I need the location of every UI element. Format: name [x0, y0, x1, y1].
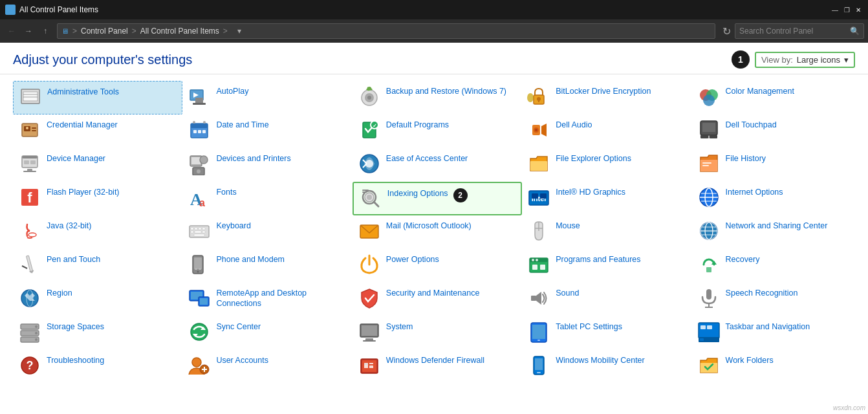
panel-item-bitlocker[interactable]: BitLocker Drive Encryption	[522, 81, 691, 114]
panel-item-flash[interactable]: fFlash Player (32-bit)	[13, 182, 182, 215]
power-label[interactable]: Power Options	[386, 253, 439, 265]
autoplay-label[interactable]: AutoPlay	[216, 85, 248, 96]
up-button[interactable]: ↑	[38, 23, 53, 39]
bitlocker-label[interactable]: BitLocker Drive Encryption	[556, 85, 651, 96]
panel-item-recovery[interactable]: Recovery	[692, 249, 862, 283]
internet-label[interactable]: Internet Options	[726, 186, 783, 197]
close-button[interactable]: ✕	[854, 5, 863, 14]
panel-item-admin-tools[interactable]: Administrative Tools	[13, 81, 182, 114]
panel-item-file-hist[interactable]: File History	[692, 148, 862, 182]
back-button[interactable]: ←	[4, 23, 19, 39]
panel-item-troubleshoot[interactable]: ?Troubleshooting	[13, 350, 182, 384]
panel-item-security[interactable]: Security and Maintenance	[353, 283, 522, 316]
devices-label[interactable]: Devices and Printers	[216, 152, 290, 164]
region-label[interactable]: Region	[47, 287, 72, 298]
panel-item-fonts[interactable]: AaFonts	[182, 182, 352, 215]
dell-audio-label[interactable]: Dell Audio	[556, 118, 592, 130]
panel-item-mouse[interactable]: Mouse	[522, 215, 691, 249]
panel-item-sound[interactable]: Sound	[522, 283, 691, 316]
sound-label[interactable]: Sound	[556, 287, 579, 298]
remoteapp-label[interactable]: RemoteApp and Desktop Connections	[216, 287, 347, 309]
panel-item-work[interactable]: Work Folders	[692, 350, 862, 384]
flash-label[interactable]: Flash Player (32-bit)	[47, 186, 120, 197]
panel-item-windows-def[interactable]: Windows Defender Firewall	[353, 350, 522, 384]
datetime-label[interactable]: Date and Time	[216, 118, 268, 130]
panel-item-programs[interactable]: Programs and Features	[522, 249, 691, 283]
phone-label[interactable]: Phone and Modem	[216, 253, 285, 265]
titlebar-controls[interactable]: — ❐ ✕	[830, 5, 863, 14]
minimize-button[interactable]: —	[830, 5, 840, 14]
recovery-label[interactable]: Recovery	[726, 253, 760, 265]
address-dropdown[interactable]: ▾	[233, 25, 246, 38]
ease-label[interactable]: Ease of Access Center	[386, 152, 468, 164]
maximize-button[interactable]: ❐	[842, 5, 851, 14]
panel-item-mail[interactable]: Mail (Microsoft Outlook)	[353, 215, 522, 249]
panel-item-phone[interactable]: Phone and Modem	[182, 249, 352, 283]
address-bar[interactable]: 🖥 > Control Panel > All Control Panel It…	[57, 23, 715, 39]
mouse-label[interactable]: Mouse	[556, 219, 580, 231]
panel-item-speech[interactable]: Speech Recognition	[692, 283, 862, 316]
file-exp-label[interactable]: File Explorer Options	[556, 152, 631, 164]
fonts-label[interactable]: Fonts	[216, 186, 236, 197]
default-prog-label[interactable]: Default Programs	[386, 118, 449, 130]
system-label[interactable]: System	[386, 320, 413, 332]
dell-touchpad-label[interactable]: Dell Touchpad	[726, 118, 777, 130]
panel-item-credential[interactable]: Credential Manager	[13, 114, 182, 148]
file-hist-label[interactable]: File History	[726, 152, 766, 164]
mail-label[interactable]: Mail (Microsoft Outlook)	[386, 219, 472, 231]
pen-label[interactable]: Pen and Touch	[47, 253, 100, 265]
panel-item-indexing[interactable]: Indexing Options2	[353, 182, 522, 215]
credential-label[interactable]: Credential Manager	[47, 118, 118, 130]
panel-item-windows-mob[interactable]: Windows Mobility Center	[522, 350, 691, 384]
panel-item-autoplay[interactable]: AutoPlay	[182, 81, 352, 114]
panel-item-default-prog[interactable]: ✓Default Programs	[353, 114, 522, 148]
tablet-label[interactable]: Tablet PC Settings	[556, 320, 622, 332]
taskbar-label[interactable]: Taskbar and Navigation	[726, 320, 810, 332]
java-label[interactable]: Java (32-bit)	[47, 219, 91, 231]
work-label[interactable]: Work Folders	[726, 354, 774, 365]
device-mgr-label[interactable]: Device Manager	[47, 152, 105, 164]
panel-item-network[interactable]: Network and Sharing Center	[692, 215, 862, 249]
refresh-button[interactable]: ↻	[719, 24, 733, 38]
network-label[interactable]: Network and Sharing Center	[726, 219, 828, 231]
windows-mob-label[interactable]: Windows Mobility Center	[556, 354, 645, 365]
sync-label[interactable]: Sync Center	[216, 320, 261, 332]
color-mgmt-label[interactable]: Color Management	[726, 85, 794, 96]
panel-item-tablet[interactable]: Tablet PC Settings	[522, 316, 691, 350]
programs-label[interactable]: Programs and Features	[556, 253, 640, 265]
panel-item-ease[interactable]: Ease of Access Center	[353, 148, 522, 182]
panel-item-user[interactable]: User Accounts	[182, 350, 352, 384]
forward-button[interactable]: →	[21, 23, 36, 39]
panel-item-dell-audio[interactable]: Dell Audio	[522, 114, 691, 148]
panel-item-datetime[interactable]: Date and Time	[182, 114, 352, 148]
panel-item-sync[interactable]: Sync Center	[182, 316, 352, 350]
panel-item-file-exp[interactable]: File Explorer Options	[522, 148, 691, 182]
panel-item-color-mgmt[interactable]: Color Management	[692, 81, 862, 114]
panel-item-region[interactable]: Region	[13, 283, 182, 316]
panel-item-devices[interactable]: Devices and Printers	[182, 148, 352, 182]
intel-hd-label[interactable]: Intel® HD Graphics	[556, 186, 625, 197]
panel-item-remoteapp[interactable]: RemoteApp and Desktop Connections	[182, 283, 352, 316]
search-bar[interactable]: Search Control Panel 🔍	[735, 23, 864, 39]
panel-item-system[interactable]: System	[353, 316, 522, 350]
security-label[interactable]: Security and Maintenance	[386, 287, 480, 298]
panel-item-power[interactable]: Power Options	[353, 249, 522, 283]
admin-tools-label[interactable]: Administrative Tools	[47, 85, 119, 97]
troubleshoot-label[interactable]: Troubleshooting	[47, 354, 104, 365]
panel-item-keyboard[interactable]: Keyboard	[182, 215, 352, 249]
storage-label[interactable]: Storage Spaces	[47, 320, 104, 332]
windows-def-label[interactable]: Windows Defender Firewall	[386, 354, 484, 365]
backup-label[interactable]: Backup and Restore (Windows 7)	[386, 85, 506, 96]
panel-item-taskbar[interactable]: Taskbar and Navigation	[692, 316, 862, 350]
panel-item-intel-hd[interactable]: IntelIntel® HD Graphics	[522, 182, 691, 215]
speech-label[interactable]: Speech Recognition	[726, 287, 798, 298]
panel-item-device-mgr[interactable]: Device Manager	[13, 148, 182, 182]
panel-item-internet[interactable]: Internet Options	[692, 182, 862, 215]
panel-item-pen[interactable]: Pen and Touch	[13, 249, 182, 283]
user-label[interactable]: User Accounts	[216, 354, 268, 365]
panel-item-backup[interactable]: Backup and Restore (Windows 7)	[353, 81, 522, 114]
keyboard-label[interactable]: Keyboard	[216, 219, 251, 231]
indexing-label[interactable]: Indexing Options	[387, 187, 448, 199]
panel-item-java[interactable]: Java (32-bit)	[13, 215, 182, 249]
panel-item-dell-touchpad[interactable]: Dell Touchpad	[692, 114, 862, 148]
